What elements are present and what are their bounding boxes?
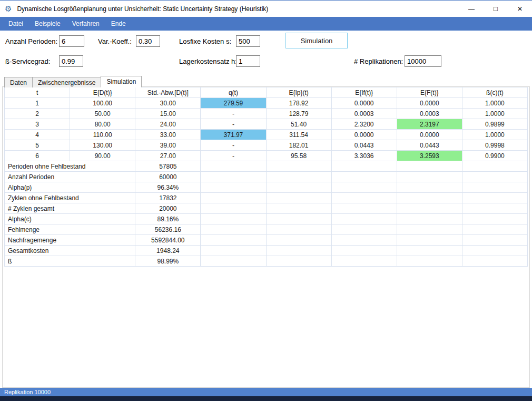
highlight-cell: 371.97 <box>201 130 266 140</box>
grid-cell: 95.58 <box>266 151 331 161</box>
grid-cell: 6 <box>5 151 70 161</box>
summary-row: Fehlmenge56236.16 <box>5 224 528 235</box>
summary-value: 1948.24 <box>135 246 201 256</box>
tab-simulation[interactable]: Simulation <box>101 76 142 87</box>
table-row: 250.0015.00-128.790.00030.00031.0000 <box>5 109 528 119</box>
summary-row: Nachfragemenge5592844.00 <box>5 235 528 246</box>
grid-cell <box>266 246 331 256</box>
grid-cell <box>462 246 527 256</box>
tab-zwischenergebnisse[interactable]: Zwischenergebnisse <box>32 77 101 87</box>
grid-cell <box>201 246 266 256</box>
tab-daten[interactable]: Daten <box>4 77 33 87</box>
grid-cell <box>462 203 527 214</box>
grid-cell <box>462 224 527 235</box>
grid-cell: 128.79 <box>266 109 331 119</box>
grid-cell: 80.00 <box>70 119 135 130</box>
summary-label: ß <box>5 256 135 267</box>
grid-cell <box>201 235 266 246</box>
grid-cell <box>462 193 527 203</box>
grid-cell: 0.9998 <box>462 140 527 151</box>
table-row: 1100.0030.00279.59178.920.00000.00001.00… <box>5 98 528 109</box>
grid-cell: - <box>201 109 266 119</box>
menu-bar: Datei Beispiele Verfahren Ende <box>0 17 532 31</box>
var-koeff-label: Var.-Koeff.: <box>98 37 132 45</box>
simulation-tab-page: tE{D(t)}Std.-Abw.[D(t)]q(t)E{Ip}(t)E{If(… <box>2 86 530 388</box>
column-header: E{Ip}(t) <box>266 87 331 98</box>
grid-cell: 1.0000 <box>462 109 527 119</box>
grid-cell <box>462 235 527 246</box>
grid-cell <box>462 214 527 224</box>
title-bar: ⚙ Dynamische Losgrößenplanung unter Unsi… <box>0 0 532 17</box>
grid-cell: 15.00 <box>135 109 201 119</box>
grid-cell <box>397 246 462 256</box>
column-header: t <box>5 87 70 98</box>
simulation-table: tE{D(t)}Std.-Abw.[D(t)]q(t)E{Ip}(t)E{If(… <box>4 87 528 267</box>
grid-cell <box>331 235 397 246</box>
grid-cell: 5 <box>5 140 70 151</box>
grid-cell <box>331 256 397 267</box>
grid-cell: 4 <box>5 130 70 140</box>
parameter-panel: Anzahl Perioden: Var.-Koeff.: Losfixe Ko… <box>0 31 532 76</box>
grid-cell <box>397 214 462 224</box>
grid-cell: 2 <box>5 109 70 119</box>
grid-cell: - <box>201 151 266 161</box>
grid-cell <box>266 172 331 182</box>
replikationen-input[interactable] <box>405 55 441 67</box>
summary-row: ß98.99% <box>5 256 528 267</box>
replikationen-label: # Replikationen: <box>354 57 403 65</box>
grid-cell <box>397 182 462 193</box>
maximize-button[interactable]: □ <box>484 1 508 17</box>
menu-verfahren[interactable]: Verfahren <box>66 17 105 31</box>
grid-cell <box>331 161 397 172</box>
grid-cell: 0.0000 <box>397 130 462 140</box>
summary-row: Alpha(p)96.34% <box>5 182 528 193</box>
grid-cell: 50.00 <box>70 109 135 119</box>
grid-cell: 311.54 <box>266 130 331 140</box>
grid-cell: 90.00 <box>70 151 135 161</box>
anzahl-perioden-input[interactable] <box>59 35 84 47</box>
table-header: tE{D(t)}Std.-Abw.[D(t)]q(t)E{Ip}(t)E{If(… <box>5 87 528 98</box>
close-button[interactable]: ✕ <box>508 1 532 17</box>
lagerkostensatz-input[interactable] <box>236 55 260 67</box>
grid-cell <box>266 235 331 246</box>
minimize-button[interactable]: — <box>459 1 484 17</box>
lagerkostensatz-label: Lagerkostensatz h: <box>179 57 237 65</box>
grid-cell: 0.0000 <box>331 130 397 140</box>
grid-cell: 0.0443 <box>397 140 462 151</box>
grid-cell <box>462 256 527 267</box>
grid-cell <box>201 172 266 182</box>
menu-datei[interactable]: Datei <box>3 17 29 31</box>
losfixe-kosten-input[interactable] <box>236 35 260 47</box>
grid-cell <box>397 203 462 214</box>
column-header: Std.-Abw.[D(t)] <box>135 87 201 98</box>
grid-cell <box>201 214 266 224</box>
grid-cell: 100.00 <box>70 98 135 109</box>
anzahl-perioden-label: Anzahl Perioden: <box>5 37 57 45</box>
simulation-button[interactable]: Simulation <box>285 33 348 48</box>
summary-label: # Zyklen gesamt <box>5 203 135 214</box>
table-row: 4110.0033.00371.97311.540.00000.00001.00… <box>5 130 528 140</box>
grid-cell: 0.0000 <box>331 98 397 109</box>
servicegrad-input[interactable] <box>59 55 83 67</box>
grid-cell <box>266 214 331 224</box>
summary-value: 20000 <box>135 203 201 214</box>
taskbar-strip <box>0 396 532 401</box>
grid-cell <box>201 182 266 193</box>
summary-label: Alpha(c) <box>5 214 135 224</box>
menu-ende[interactable]: Ende <box>105 17 132 31</box>
menu-beispiele[interactable]: Beispiele <box>29 17 66 31</box>
summary-value: 89.16% <box>135 214 201 224</box>
grid-cell: 0.0443 <box>331 140 397 151</box>
servicegrad-label: ß-Servicegrad: <box>5 57 50 65</box>
table-row: 380.0024.00-51.402.32002.31970.9899 <box>5 119 528 130</box>
grid-cell: - <box>201 119 266 130</box>
grid-cell <box>266 256 331 267</box>
grid-cell: 3 <box>5 119 70 130</box>
var-koeff-input[interactable] <box>136 35 160 47</box>
grid-cell: 1.0000 <box>462 98 527 109</box>
highlight-cell: 2.3197 <box>397 119 462 130</box>
grid-cell <box>266 182 331 193</box>
grid-cell: 0.9900 <box>462 151 527 161</box>
grid-cell <box>201 224 266 235</box>
summary-row: Anzahl Perioden60000 <box>5 172 528 182</box>
